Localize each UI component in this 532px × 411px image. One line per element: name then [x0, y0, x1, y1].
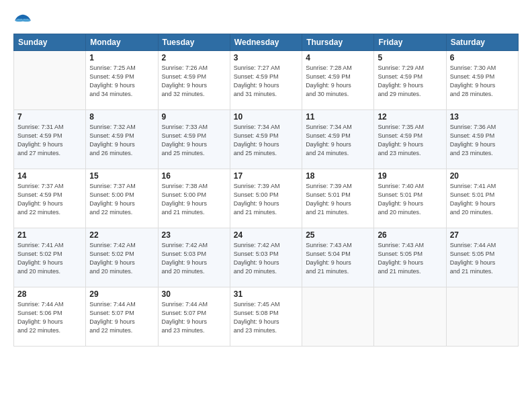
day-info: Sunrise: 7:39 AM Sunset: 5:00 PM Dayligh… [234, 182, 298, 217]
calendar-week-row: 21Sunrise: 7:41 AM Sunset: 5:02 PM Dayli… [14, 228, 519, 287]
calendar-cell: 7Sunrise: 7:31 AM Sunset: 4:59 PM Daylig… [14, 110, 86, 169]
day-number: 4 [306, 53, 370, 62]
day-info: Sunrise: 7:35 AM Sunset: 4:59 PM Dayligh… [378, 123, 442, 158]
calendar-cell: 28Sunrise: 7:44 AM Sunset: 5:06 PM Dayli… [14, 287, 86, 347]
weekday-header: Saturday [446, 34, 518, 51]
day-number: 18 [306, 171, 370, 181]
day-info: Sunrise: 7:31 AM Sunset: 4:59 PM Dayligh… [17, 123, 82, 158]
calendar-header: SundayMondayTuesdayWednesdayThursdayFrid… [14, 34, 519, 51]
weekday-header: Friday [374, 34, 446, 51]
day-number: 31 [234, 289, 298, 299]
day-number: 24 [234, 230, 298, 240]
day-number: 8 [89, 112, 154, 122]
calendar-cell: 15Sunrise: 7:37 AM Sunset: 5:00 PM Dayli… [86, 169, 158, 228]
weekday-header: Thursday [302, 34, 374, 51]
day-number: 20 [450, 171, 515, 181]
calendar-cell: 13Sunrise: 7:36 AM Sunset: 4:59 PM Dayli… [446, 110, 518, 169]
day-number: 1 [89, 53, 154, 62]
day-info: Sunrise: 7:44 AM Sunset: 5:05 PM Dayligh… [450, 241, 515, 276]
calendar-week-row: 1Sunrise: 7:25 AM Sunset: 4:59 PM Daylig… [14, 51, 519, 110]
day-info: Sunrise: 7:29 AM Sunset: 4:59 PM Dayligh… [378, 64, 442, 99]
day-number: 19 [378, 171, 442, 181]
calendar-cell: 5Sunrise: 7:29 AM Sunset: 4:59 PM Daylig… [374, 51, 446, 110]
day-info: Sunrise: 7:42 AM Sunset: 5:03 PM Dayligh… [162, 241, 226, 276]
day-info: Sunrise: 7:26 AM Sunset: 4:59 PM Dayligh… [162, 64, 226, 99]
day-info: Sunrise: 7:42 AM Sunset: 5:02 PM Dayligh… [89, 241, 154, 276]
day-number: 15 [89, 171, 154, 181]
logo [13, 12, 35, 27]
calendar-cell: 19Sunrise: 7:40 AM Sunset: 5:01 PM Dayli… [374, 169, 446, 228]
day-number: 10 [234, 112, 298, 122]
day-info: Sunrise: 7:36 AM Sunset: 4:59 PM Dayligh… [450, 123, 515, 158]
calendar-cell: 4Sunrise: 7:28 AM Sunset: 4:59 PM Daylig… [302, 51, 374, 110]
calendar-table: SundayMondayTuesdayWednesdayThursdayFrid… [13, 34, 519, 347]
calendar-cell: 16Sunrise: 7:38 AM Sunset: 5:00 PM Dayli… [158, 169, 230, 228]
day-info: Sunrise: 7:42 AM Sunset: 5:03 PM Dayligh… [234, 241, 298, 276]
day-number: 23 [162, 230, 226, 240]
header [13, 12, 519, 27]
day-info: Sunrise: 7:44 AM Sunset: 5:06 PM Dayligh… [17, 300, 82, 335]
day-number: 9 [162, 112, 226, 122]
day-info: Sunrise: 7:33 AM Sunset: 4:59 PM Dayligh… [162, 123, 226, 158]
day-number: 12 [378, 112, 442, 122]
calendar-week-row: 28Sunrise: 7:44 AM Sunset: 5:06 PM Dayli… [14, 287, 519, 347]
calendar-body: 1Sunrise: 7:25 AM Sunset: 4:59 PM Daylig… [14, 51, 519, 347]
day-info: Sunrise: 7:30 AM Sunset: 4:59 PM Dayligh… [450, 64, 515, 99]
calendar-week-row: 14Sunrise: 7:37 AM Sunset: 4:59 PM Dayli… [14, 169, 519, 228]
day-info: Sunrise: 7:25 AM Sunset: 4:59 PM Dayligh… [89, 64, 154, 99]
day-number: 28 [17, 289, 82, 299]
day-number: 22 [89, 230, 154, 240]
day-info: Sunrise: 7:43 AM Sunset: 5:04 PM Dayligh… [306, 241, 370, 276]
day-number: 27 [450, 230, 515, 240]
calendar-cell [446, 287, 518, 347]
calendar-cell: 17Sunrise: 7:39 AM Sunset: 5:00 PM Dayli… [230, 169, 302, 228]
day-number: 16 [162, 171, 226, 181]
weekday-header: Monday [86, 34, 158, 51]
day-number: 25 [306, 230, 370, 240]
calendar-cell: 23Sunrise: 7:42 AM Sunset: 5:03 PM Dayli… [158, 228, 230, 287]
calendar-cell: 6Sunrise: 7:30 AM Sunset: 4:59 PM Daylig… [446, 51, 518, 110]
weekday-header: Tuesday [158, 34, 230, 51]
calendar-cell: 14Sunrise: 7:37 AM Sunset: 4:59 PM Dayli… [14, 169, 86, 228]
day-number: 7 [17, 112, 82, 122]
day-info: Sunrise: 7:44 AM Sunset: 5:07 PM Dayligh… [89, 300, 154, 335]
calendar-cell: 20Sunrise: 7:41 AM Sunset: 5:01 PM Dayli… [446, 169, 518, 228]
day-info: Sunrise: 7:43 AM Sunset: 5:05 PM Dayligh… [378, 241, 442, 276]
day-info: Sunrise: 7:41 AM Sunset: 5:02 PM Dayligh… [17, 241, 82, 276]
calendar-cell: 9Sunrise: 7:33 AM Sunset: 4:59 PM Daylig… [158, 110, 230, 169]
logo-icon [13, 12, 32, 27]
day-number: 29 [89, 289, 154, 299]
calendar-cell: 3Sunrise: 7:27 AM Sunset: 4:59 PM Daylig… [230, 51, 302, 110]
calendar-cell [374, 287, 446, 347]
day-info: Sunrise: 7:27 AM Sunset: 4:59 PM Dayligh… [234, 64, 298, 99]
calendar-cell: 1Sunrise: 7:25 AM Sunset: 4:59 PM Daylig… [86, 51, 158, 110]
day-info: Sunrise: 7:32 AM Sunset: 4:59 PM Dayligh… [89, 123, 154, 158]
calendar-cell: 31Sunrise: 7:45 AM Sunset: 5:08 PM Dayli… [230, 287, 302, 347]
day-info: Sunrise: 7:45 AM Sunset: 5:08 PM Dayligh… [234, 300, 298, 335]
day-number: 6 [450, 53, 515, 62]
calendar-cell: 10Sunrise: 7:34 AM Sunset: 4:59 PM Dayli… [230, 110, 302, 169]
calendar-cell [302, 287, 374, 347]
day-number: 2 [162, 53, 226, 62]
calendar-cell: 25Sunrise: 7:43 AM Sunset: 5:04 PM Dayli… [302, 228, 374, 287]
calendar-cell: 26Sunrise: 7:43 AM Sunset: 5:05 PM Dayli… [374, 228, 446, 287]
calendar-cell: 12Sunrise: 7:35 AM Sunset: 4:59 PM Dayli… [374, 110, 446, 169]
calendar-cell: 24Sunrise: 7:42 AM Sunset: 5:03 PM Dayli… [230, 228, 302, 287]
calendar-cell: 22Sunrise: 7:42 AM Sunset: 5:02 PM Dayli… [86, 228, 158, 287]
day-number: 21 [17, 230, 82, 240]
day-info: Sunrise: 7:28 AM Sunset: 4:59 PM Dayligh… [306, 64, 370, 99]
day-info: Sunrise: 7:41 AM Sunset: 5:01 PM Dayligh… [450, 182, 515, 217]
calendar-cell: 2Sunrise: 7:26 AM Sunset: 4:59 PM Daylig… [158, 51, 230, 110]
day-info: Sunrise: 7:37 AM Sunset: 5:00 PM Dayligh… [89, 182, 154, 217]
day-number: 30 [162, 289, 226, 299]
calendar-cell: 29Sunrise: 7:44 AM Sunset: 5:07 PM Dayli… [86, 287, 158, 347]
day-info: Sunrise: 7:40 AM Sunset: 5:01 PM Dayligh… [378, 182, 442, 217]
day-info: Sunrise: 7:38 AM Sunset: 5:00 PM Dayligh… [162, 182, 226, 217]
calendar-cell: 21Sunrise: 7:41 AM Sunset: 5:02 PM Dayli… [14, 228, 86, 287]
day-number: 26 [378, 230, 442, 240]
day-info: Sunrise: 7:37 AM Sunset: 4:59 PM Dayligh… [17, 182, 82, 217]
day-number: 3 [234, 53, 298, 62]
page: SundayMondayTuesdayWednesdayThursdayFrid… [0, 0, 532, 411]
calendar-cell: 18Sunrise: 7:39 AM Sunset: 5:01 PM Dayli… [302, 169, 374, 228]
day-info: Sunrise: 7:34 AM Sunset: 4:59 PM Dayligh… [234, 123, 298, 158]
